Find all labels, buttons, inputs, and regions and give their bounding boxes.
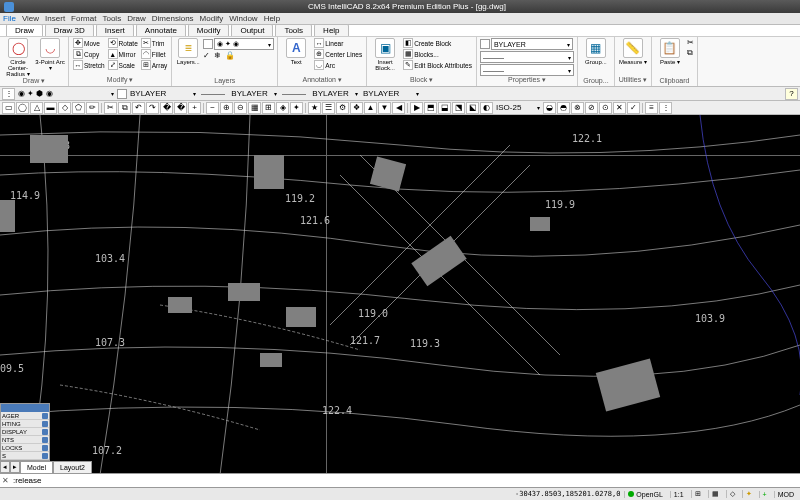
trim-button[interactable]: ✂Trim [140, 38, 169, 48]
toolbar-button[interactable]: ⬔ [452, 102, 465, 114]
toolbar-button[interactable]: ▶ [410, 102, 423, 114]
color-combo[interactable]: BYLAYER▾ [491, 38, 573, 50]
tab-tools[interactable]: Tools [275, 24, 312, 36]
tab-help[interactable]: Help [314, 24, 348, 36]
command-line[interactable]: ✕ : release [0, 473, 800, 487]
toolbar-button[interactable]: ▦ [248, 102, 261, 114]
linetype-combo[interactable]: ———▾ [480, 51, 574, 63]
tab-annotate[interactable]: Annotate [136, 24, 186, 36]
toolbar-button[interactable]: △ [30, 102, 43, 114]
stretch-button[interactable]: ↔Stretch [72, 60, 106, 70]
layer-state-icon[interactable]: ✓ [203, 51, 213, 61]
tab-prev[interactable]: ◂ [0, 461, 10, 473]
toolbar-button[interactable]: ▼ [378, 102, 391, 114]
tool-palette[interactable]: AGERHTINGDISPLAYNTSLOCKSS [0, 403, 50, 461]
tb-grip[interactable]: ⋮ [2, 88, 15, 100]
group-button[interactable]: ▦Group... [581, 38, 611, 65]
tab-model[interactable]: Model [20, 461, 53, 473]
toolbar-button[interactable]: � [174, 102, 187, 114]
toolbar-button[interactable]: ↶ [132, 102, 145, 114]
status-opengl[interactable]: OpenGL [624, 491, 665, 498]
copy-clip-icon[interactable]: ⧉ [687, 48, 694, 58]
tab-next[interactable]: ▸ [10, 461, 20, 473]
toolbar-button[interactable]: ▲ [364, 102, 377, 114]
toolbar-button[interactable]: ⧉ [118, 102, 131, 114]
toolbar-button[interactable]: ⋮ [659, 102, 672, 114]
tb-color[interactable] [117, 89, 127, 99]
palette-item[interactable]: AGER [1, 412, 49, 420]
toolbar-button[interactable]: ◇ [58, 102, 71, 114]
palette-item[interactable]: NTS [1, 436, 49, 444]
menu-tools[interactable]: Tools [102, 14, 121, 23]
toolbar-button[interactable]: ✏ [86, 102, 99, 114]
menu-draw[interactable]: Draw [127, 14, 146, 23]
toolbar-button[interactable]: ⚙ [336, 102, 349, 114]
toolbar-button[interactable]: ◐ [480, 102, 493, 114]
menu-insert[interactable]: Insert [45, 14, 65, 23]
drawing-area[interactable]: 114.8114.9103.4119.2121.609.5107.3119.01… [0, 115, 800, 487]
palette-item[interactable]: LOCKS [1, 444, 49, 452]
create-block-button[interactable]: ◧Create Block [402, 38, 473, 48]
toolbar-button[interactable]: ✕ [613, 102, 626, 114]
tb-help[interactable]: ? [785, 88, 798, 100]
palette-item[interactable]: HTING [1, 420, 49, 428]
tab-draw3d[interactable]: Draw 3D [45, 24, 94, 36]
toolbar-button[interactable]: ⊙ [599, 102, 612, 114]
palette-header[interactable] [1, 404, 49, 412]
layer-combo[interactable]: ◉ ✦ ◉▾ [214, 38, 274, 50]
toolbar-button[interactable]: ▬ [44, 102, 57, 114]
palette-item[interactable]: S [1, 452, 49, 460]
insert-block-button[interactable]: ▣Insert Block... [370, 38, 400, 71]
toolbar-button[interactable]: ⬕ [466, 102, 479, 114]
blocks-button[interactable]: ▦Blocks... [402, 49, 473, 59]
status-scale[interactable]: 1:1 [670, 491, 687, 498]
toolbar-button[interactable]: ⬓ [438, 102, 451, 114]
toolbar-button[interactable]: ⬠ [72, 102, 85, 114]
tb-plotstyle[interactable]: BYLAYER▾ [361, 88, 421, 99]
arc-button[interactable]: ◡3-Point Arc ▾ [35, 38, 65, 71]
status-osnap[interactable]: + [759, 491, 770, 498]
measure-button[interactable]: 📏Measure ▾ [618, 38, 648, 65]
toolbar-button[interactable]: ◓ [557, 102, 570, 114]
text-button[interactable]: AText [281, 38, 311, 65]
tb-lineweight[interactable]: ——— BYLAYER▾ [280, 88, 360, 99]
arc-dim-button[interactable]: ◡Arc [313, 60, 363, 70]
toolbar-button[interactable]: ⊘ [585, 102, 598, 114]
toolbar-button[interactable]: ⊞ [262, 102, 275, 114]
fillet-button[interactable]: ◠Fillet [140, 49, 169, 59]
mirror-button[interactable]: ▲Mirror [107, 49, 139, 59]
rotate-button[interactable]: ⟲Rotate [107, 38, 139, 48]
linear-dim-button[interactable]: ↔Linear [313, 38, 363, 48]
toolbar-button[interactable]: ◈ [276, 102, 289, 114]
scale-button[interactable]: ⤢Scale [107, 60, 139, 70]
menu-window[interactable]: Window [229, 14, 257, 23]
tb-bylayer-1[interactable]: BYLAYER▾ [128, 88, 198, 99]
toolbar-button[interactable]: ★ [308, 102, 321, 114]
palette-item[interactable]: DISPLAY [1, 428, 49, 436]
tab-draw[interactable]: Draw [6, 24, 43, 36]
toolbar-button[interactable]: ✓ [627, 102, 640, 114]
toolbar-button[interactable]: ⬒ [424, 102, 437, 114]
toolbar-button[interactable]: − [206, 102, 219, 114]
status-grid[interactable]: ▦ [708, 490, 722, 498]
circle-button[interactable]: ◯Circle Center-Radius ▾ [3, 38, 33, 77]
menu-file[interactable]: File [3, 14, 16, 23]
layer-freeze-icon[interactable]: ❄ [214, 51, 224, 61]
toolbar-button[interactable]: � [160, 102, 173, 114]
menu-format[interactable]: Format [71, 14, 96, 23]
toolbar-button[interactable]: ☰ [322, 102, 335, 114]
tab-modify[interactable]: Modify [188, 24, 230, 36]
toolbar-button[interactable]: ⊖ [234, 102, 247, 114]
toolbar-button[interactable]: ⊕ [220, 102, 233, 114]
status-snap[interactable]: ⊞ [691, 490, 704, 498]
layers-button[interactable]: ≡Layers... [175, 38, 201, 65]
status-polar[interactable]: ✦ [742, 490, 755, 498]
layer-color-swatch[interactable] [203, 39, 213, 49]
layer-selector[interactable]: ◉ ✦ ⬢ ◉▾ [16, 88, 116, 99]
menu-modify[interactable]: Modify [200, 14, 224, 23]
tab-output[interactable]: Output [231, 24, 273, 36]
tab-insert[interactable]: Insert [96, 24, 134, 36]
centerlines-button[interactable]: ⊕Center Lines [313, 49, 363, 59]
paste-button[interactable]: 📋Paste ▾ [655, 38, 685, 65]
move-button[interactable]: ✥Move [72, 38, 106, 48]
